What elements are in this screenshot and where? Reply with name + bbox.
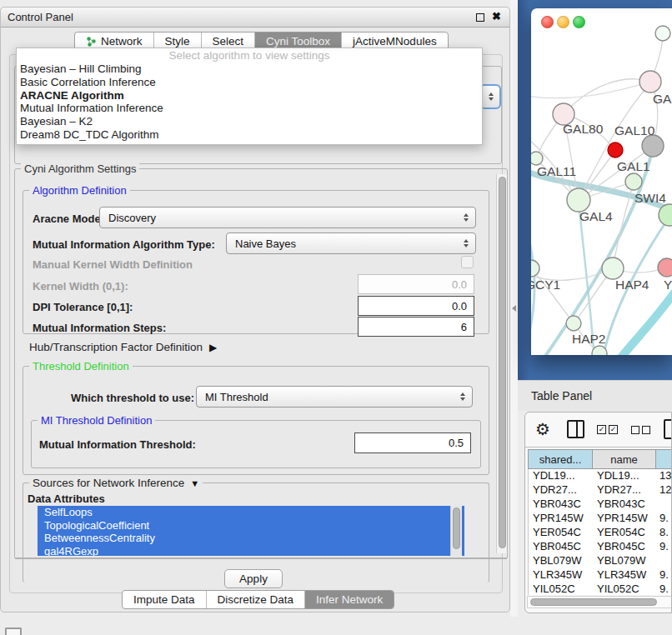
kernel-width-label: Kernel Width (0,1): [33,280,128,292]
network-edge[interactable] [531,82,650,98]
network-node[interactable] [592,346,607,355]
combo-stepper-icon [464,239,469,248]
table-cell: YLR345W [529,568,593,582]
mac-zoom-button[interactable] [573,16,585,28]
clipped-corner-icon[interactable] [5,628,22,635]
divider-collapse-icon[interactable] [512,305,516,312]
settings-scrollbar[interactable] [496,174,507,553]
table-cell: YBL079W [529,554,593,568]
attribute-list-item[interactable]: TopologicalCoefficient [38,519,464,532]
split-divider[interactable] [510,0,518,617]
network-node[interactable] [639,71,661,92]
dropdown-item[interactable]: Mutual Information Inference [17,102,482,115]
mac-minimize-button[interactable] [557,16,569,28]
network-node[interactable] [567,188,590,212]
table-cell: YDL19... [593,469,656,483]
tab-infer-network-label: Infer Network [316,593,383,606]
column-header-partial[interactable] [655,449,672,469]
tab-impute-data[interactable]: Impute Data [123,591,207,608]
node-label: GAL [653,92,672,106]
mi-threshold-input[interactable]: 0.5 [354,432,471,453]
table-row[interactable]: YER054CYER054C8. [529,526,672,540]
control-panel-titlebar: Control Panel ✖ [1,8,509,28]
table-body: YDL19...YDL19...13YDR27...YDR27...12YBR0… [528,469,672,595]
table-row[interactable]: YBL079WYBL079W [529,554,672,568]
node-label: GAL10 [614,123,655,138]
aracne-mode-select[interactable]: Discovery [99,207,476,228]
sources-disclosure[interactable]: Sources for Network Inference ▼ [29,477,203,489]
table-cell: YBR043C [593,498,656,512]
algorithm-definition-title: Algorithm Definition [29,184,130,197]
network-edge[interactable] [564,79,650,114]
network-canvas[interactable]: GALGAL80GAL10GAL11GAL1SWI4GAL4GCY1HAP4YH… [531,8,672,355]
mi-type-select[interactable]: Naive Bayes [226,232,476,254]
apply-button[interactable]: Apply [224,569,283,588]
node-label: GAL4 [579,209,613,223]
table-panel-title: Table Panel [531,389,592,402]
network-node[interactable] [608,142,623,158]
table-row[interactable]: YDL19...YDL19...13 [529,469,672,483]
table-row[interactable]: YPR145WYPR145W9. [529,512,672,526]
column-header-shared-name[interactable]: shared... [528,449,593,469]
network-node[interactable] [531,260,539,277]
new-table-icon[interactable] [664,419,672,439]
table-cell: 9. [656,512,672,526]
dropdown-item[interactable]: Bayesian – Hill Climbing [17,62,482,76]
mi-type-value: Naive Bayes [235,238,296,250]
attributes-list-scrollbar[interactable] [450,506,462,556]
close-icon[interactable]: ✖ [492,10,501,22]
combo-stepper-icon [464,213,469,222]
table-row[interactable]: YLR345WYLR345W9. [529,568,672,582]
data-attributes-list[interactable]: SelfLoopsTopologicalCoefficientBetweenne… [38,506,464,556]
dpi-tolerance-input[interactable]: 0.0 [358,296,474,316]
node-label: GAL1 [617,159,650,173]
table-row[interactable]: YIL052CYIL052C9. [529,582,672,595]
manual-kernel-checkbox [461,256,474,268]
network-node[interactable] [658,258,672,277]
hub-definition-label: Hub/Transcription Factor Definition [29,341,203,353]
network-node[interactable] [642,135,664,157]
table-cell: YER054C [593,526,656,540]
table-cell: YIL052C [529,582,593,595]
node-label: GCY1 [531,278,560,292]
network-node[interactable] [625,173,642,190]
select-all-columns-icon[interactable]: ✓✓ [597,425,618,434]
hub-definition-disclosure[interactable]: Hub/Transcription Factor Definition ▶ [29,341,217,353]
table-cell: YBR045C [593,540,656,554]
table-row[interactable]: YBR043CYBR043C [529,498,672,512]
column-header-name[interactable]: name [592,449,656,469]
which-threshold-select[interactable]: MI Threshold [196,386,473,408]
attribute-list-item[interactable]: gal4RGexp [38,545,464,556]
network-edge[interactable] [531,268,574,323]
float-window-icon[interactable] [476,13,484,22]
tab-network-label: Network [101,35,143,48]
table-cell: YER054C [529,526,593,540]
tab-discretize-data-label: Discretize Data [218,593,294,606]
tab-infer-network[interactable]: Infer Network [305,591,394,608]
mac-close-button[interactable] [541,16,554,28]
table-hscrollbar[interactable] [527,596,672,608]
dropdown-items: Bayesian – Hill ClimbingBasic Correlatio… [17,62,482,142]
dropdown-item[interactable]: Dream8 DC_TDC Algorithm [17,128,482,142]
table-cell: 9. [656,540,672,554]
network-node[interactable] [602,258,624,279]
network-node[interactable] [531,152,543,165]
dropdown-item[interactable]: ARACNE Algorithm [17,89,482,102]
network-node[interactable] [655,26,670,41]
column-view-icon[interactable] [567,420,584,438]
gear-icon[interactable]: ⚙ [535,419,550,439]
table-row[interactable]: YBR045CYBR045C9. [529,540,672,554]
table-row[interactable]: YDR27...YDR27...12 [529,483,672,498]
tab-discretize-data[interactable]: Discretize Data [207,591,306,608]
deselect-all-columns-icon[interactable] [631,426,650,434]
sources-title: Sources for Network Inference [33,477,184,489]
mi-steps-input[interactable]: 6 [358,317,474,337]
table-cell: 9. [656,582,672,595]
threshold-definition-title: Threshold Definition [29,360,133,372]
attribute-list-item[interactable]: SelfLoops [38,506,464,519]
dropdown-item[interactable]: Basic Correlation Inference [17,76,482,89]
network-node[interactable] [566,316,581,331]
dropdown-item[interactable]: Bayesian – K2 [17,115,482,128]
attribute-list-item[interactable]: BetweennessCentrality [38,532,464,545]
table-cell: YPR145W [593,512,656,526]
